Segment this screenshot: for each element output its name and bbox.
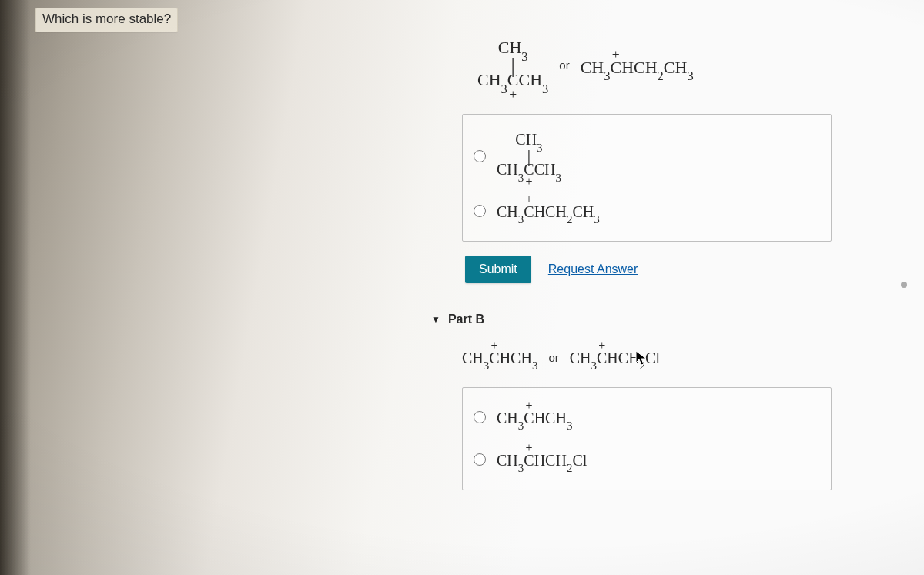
part-b-option-2-formula: CH3CHCH2Cl <box>497 452 587 473</box>
part-a-formula-2: CH3CHCH2CH3 <box>581 58 694 81</box>
or-text: or <box>559 59 569 72</box>
part-a-prompt: CH3|CH3CCH3 or CH3CHCH2CH3 <box>477 38 847 92</box>
part-b-radio-2[interactable] <box>474 453 486 466</box>
part-b-header[interactable]: ▼ Part B <box>431 313 847 326</box>
or-text-b: or <box>548 351 558 364</box>
part-a-actions: Submit Request Answer <box>465 256 847 283</box>
part-b-prompt: CH3CHCH3 or CH3CHCH2Cl <box>462 345 847 370</box>
part-b-label: Part B <box>448 313 484 326</box>
part-b-radio-1[interactable] <box>474 411 486 423</box>
content-column: CH3|CH3CCH3 or CH3CHCH2CH3 CH3|CH3CCH3 C… <box>431 31 847 490</box>
part-b-options: CH3CHCH3 CH3CHCH2Cl <box>462 387 832 490</box>
part-b-formula-2: CH3CHCH2Cl <box>570 349 660 370</box>
part-a-option-1[interactable]: CH3|CH3CCH3 <box>470 125 819 188</box>
caret-down-icon: ▼ <box>431 314 440 325</box>
part-b-formula-1: CH3CHCH3 <box>462 349 537 370</box>
submit-button[interactable]: Submit <box>465 256 531 283</box>
part-a-option-1-formula: CH3|CH3CCH3 <box>497 132 561 182</box>
part-b-option-1[interactable]: CH3CHCH3 <box>470 399 819 436</box>
part-a-options: CH3|CH3CCH3 CH3CHCH2CH3 <box>462 114 832 242</box>
question-text: Which is more stable? <box>42 12 171 26</box>
request-answer-link[interactable]: Request Answer <box>548 262 638 276</box>
question-highlight: Which is more stable? <box>35 8 178 32</box>
part-a-radio-1[interactable] <box>474 150 486 162</box>
part-b-option-2[interactable]: CH3CHCH2Cl <box>470 441 819 479</box>
part-b-option-1-formula: CH3CHCH3 <box>497 410 572 430</box>
decorative-dot <box>901 282 907 288</box>
part-a-radio-2[interactable] <box>474 205 486 217</box>
part-a-option-2[interactable]: CH3CHCH2CH3 <box>470 192 819 230</box>
part-a-formula-1: CH3|CH3CCH3 <box>477 38 548 92</box>
part-a-option-2-formula: CH3CHCH2CH3 <box>497 203 600 224</box>
